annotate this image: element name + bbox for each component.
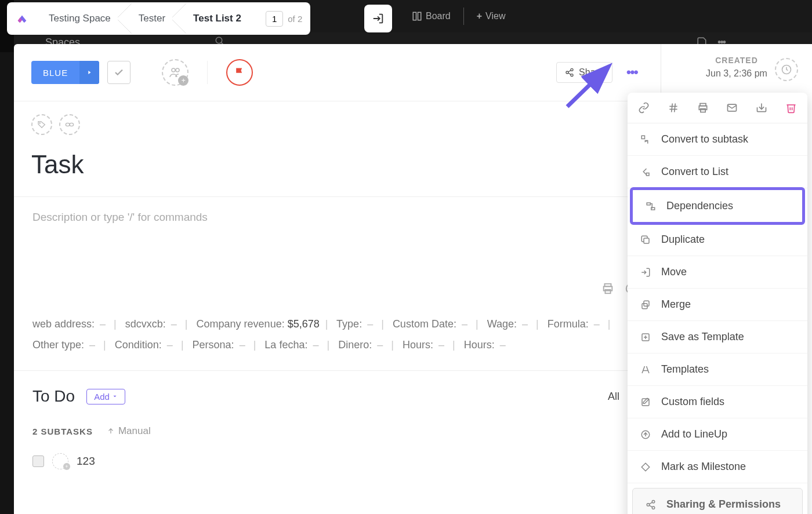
svg-line-21 bbox=[671, 104, 672, 112]
field-company-revenue[interactable]: Company revenue: bbox=[197, 318, 285, 330]
svg-point-41 bbox=[652, 500, 655, 503]
menu-move[interactable]: Move bbox=[628, 256, 807, 289]
svg-point-6 bbox=[571, 68, 573, 71]
convert-list-icon bbox=[639, 167, 652, 177]
link-icon[interactable] bbox=[638, 102, 650, 114]
status-button[interactable]: BLUE bbox=[31, 61, 99, 84]
subtask-item[interactable]: 123 bbox=[32, 453, 642, 469]
milestone-icon bbox=[639, 462, 652, 472]
add-tag-button[interactable] bbox=[31, 114, 52, 135]
field-custom-date[interactable]: Custom Date: bbox=[393, 318, 456, 330]
task-total-label: of 2 bbox=[288, 14, 302, 24]
field-persona[interactable]: Persona: bbox=[193, 339, 234, 351]
priority-flag-button[interactable] bbox=[226, 59, 253, 86]
clickup-logo-icon[interactable] bbox=[15, 12, 29, 25]
move-icon bbox=[639, 267, 652, 278]
svg-point-12 bbox=[66, 123, 70, 126]
menu-custom-fields[interactable]: Custom fields bbox=[628, 386, 807, 418]
svg-line-10 bbox=[568, 73, 571, 75]
print-icon[interactable] bbox=[601, 282, 614, 295]
menu-convert-subtask[interactable]: Convert to subtask bbox=[628, 123, 807, 156]
field-web-address[interactable]: web address: bbox=[32, 318, 95, 330]
complete-button[interactable] bbox=[107, 61, 130, 84]
breadcrumb-space[interactable]: Testing Space bbox=[35, 2, 125, 35]
share-icon bbox=[565, 68, 574, 77]
custom-fields-row: web address: –| sdcvxcb: –| Company reve… bbox=[14, 301, 661, 371]
menu-templates[interactable]: Templates bbox=[628, 353, 807, 386]
svg-line-9 bbox=[568, 70, 571, 72]
dependencies-icon bbox=[644, 201, 657, 212]
field-hours-2[interactable]: Hours: bbox=[464, 339, 495, 351]
menu-sharing-permissions[interactable]: Sharing & Permissions bbox=[632, 488, 803, 514]
menu-merge[interactable]: Merge bbox=[628, 289, 807, 321]
email-icon[interactable] bbox=[726, 102, 738, 114]
field-hours[interactable]: Hours: bbox=[403, 339, 433, 351]
svg-rect-0 bbox=[413, 12, 416, 20]
task-toolbar: BLUE + Share bbox=[14, 44, 661, 101]
divider bbox=[207, 61, 208, 84]
svg-rect-30 bbox=[647, 203, 650, 205]
assignee-button[interactable]: + bbox=[162, 59, 188, 86]
add-relation-button[interactable] bbox=[59, 114, 80, 135]
field-la-fecha[interactable]: La fecha: bbox=[264, 339, 307, 351]
subtask-assignee-button[interactable] bbox=[52, 453, 68, 469]
hashtag-icon[interactable] bbox=[668, 102, 679, 114]
breadcrumb-folder[interactable]: Tester bbox=[125, 2, 179, 35]
subtasks-count: 2 SUBTASKS bbox=[32, 426, 93, 436]
svg-point-5 bbox=[176, 68, 179, 72]
menu-add-lineup[interactable]: Add to LineUp bbox=[628, 418, 807, 451]
svg-point-4 bbox=[172, 68, 175, 72]
tags-row bbox=[14, 101, 661, 141]
status-label: BLUE bbox=[31, 61, 79, 84]
more-menu-button[interactable]: ••• bbox=[621, 64, 643, 81]
menu-duplicate[interactable]: Duplicate bbox=[628, 224, 807, 256]
svg-line-45 bbox=[649, 505, 652, 507]
field-other-type[interactable]: Other type: bbox=[32, 339, 84, 351]
menu-dependencies[interactable]: Dependencies bbox=[630, 187, 805, 225]
sharing-icon bbox=[644, 500, 657, 510]
time-tracking-button[interactable] bbox=[775, 58, 798, 81]
svg-rect-28 bbox=[641, 136, 644, 138]
templates-icon bbox=[639, 364, 652, 375]
menu-mark-milestone[interactable]: Mark as Milestone bbox=[628, 451, 807, 483]
field-formula[interactable]: Formula: bbox=[548, 318, 589, 330]
field-dinero[interactable]: Dinero: bbox=[338, 339, 372, 351]
task-index-input[interactable]: 1 bbox=[266, 11, 283, 27]
svg-rect-1 bbox=[418, 12, 421, 20]
subtasks-section: To Do Add All M 2 SUBTASKS Manual bbox=[14, 371, 661, 486]
field-wage[interactable]: Wage: bbox=[487, 318, 517, 330]
menu-convert-list[interactable]: Convert to List bbox=[628, 156, 807, 188]
breadcrumb-list[interactable]: Test List 2 bbox=[179, 2, 255, 35]
divider bbox=[463, 8, 464, 25]
filter-all[interactable]: All bbox=[608, 391, 619, 403]
menu-save-template[interactable]: Save as Template bbox=[628, 321, 807, 353]
svg-point-7 bbox=[566, 71, 568, 74]
convert-subtask-icon bbox=[639, 134, 652, 145]
merge-icon bbox=[639, 300, 652, 310]
svg-rect-32 bbox=[644, 238, 649, 243]
share-label: Share bbox=[579, 67, 604, 78]
status-next-icon[interactable] bbox=[79, 61, 99, 84]
subtask-name: 123 bbox=[77, 455, 95, 468]
trash-icon[interactable] bbox=[785, 102, 797, 114]
field-condition[interactable]: Condition: bbox=[115, 339, 162, 351]
print-icon[interactable] bbox=[697, 102, 709, 114]
custom-fields-icon bbox=[639, 397, 652, 407]
svg-line-22 bbox=[674, 104, 675, 112]
subtask-checkbox[interactable] bbox=[32, 455, 44, 467]
task-title[interactable]: Task bbox=[14, 141, 661, 196]
share-button[interactable]: Share bbox=[556, 62, 612, 83]
task-more-dropdown: Convert to subtask Convert to List Depen… bbox=[628, 93, 807, 514]
svg-rect-29 bbox=[647, 173, 650, 176]
task-description[interactable]: Description or type '/' for commands bbox=[14, 196, 661, 301]
field-type[interactable]: Type: bbox=[336, 318, 362, 330]
archive-icon[interactable] bbox=[756, 102, 767, 114]
exit-button[interactable] bbox=[364, 5, 392, 32]
add-view-button: + View bbox=[471, 8, 512, 25]
field-sdcvxcb[interactable]: sdcvxcb: bbox=[125, 318, 166, 330]
sort-manual[interactable]: Manual bbox=[107, 425, 151, 437]
add-subtask-button[interactable]: Add bbox=[86, 389, 125, 404]
svg-point-13 bbox=[70, 123, 74, 126]
board-view-tab: Board bbox=[406, 8, 456, 25]
svg-point-42 bbox=[647, 503, 650, 506]
